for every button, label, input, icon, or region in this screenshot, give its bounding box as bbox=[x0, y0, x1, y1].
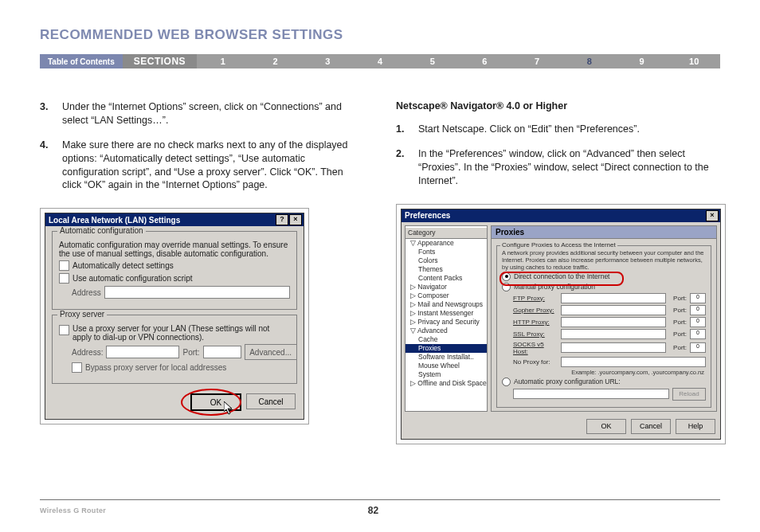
lan-titlebar: Local Area Network (LAN) Settings ? × bbox=[45, 213, 304, 226]
pref-main-panel: Proxies Configure Proxies to Access the … bbox=[491, 225, 717, 412]
nav-item-8[interactable]: 8 bbox=[563, 54, 616, 68]
nav-item-6[interactable]: 6 bbox=[459, 54, 511, 68]
manual-proxy-label: Manual proxy configuration bbox=[514, 283, 595, 291]
lan-title: Local Area Network (LAN) Settings bbox=[49, 216, 180, 225]
proxy-host-input[interactable] bbox=[561, 329, 666, 339]
auto-url-input[interactable] bbox=[513, 389, 669, 399]
proxy-port-input[interactable]: 0 bbox=[690, 305, 706, 315]
netscape-subhead: Netscape® Navigator® 4.0 or Higher bbox=[396, 100, 720, 111]
proxy-row: HTTP Proxy:Port:0 bbox=[513, 317, 706, 327]
nav-item-4[interactable]: 4 bbox=[354, 54, 406, 68]
help-button[interactable]: Help bbox=[676, 419, 715, 434]
tree-item[interactable]: ▷ Navigator bbox=[405, 283, 487, 291]
section-nav: Table of Contents SECTIONS 1 2 3 4 5 6 7… bbox=[40, 54, 720, 68]
close-icon[interactable]: × bbox=[289, 214, 302, 225]
category-tree[interactable]: Category ▽ AppearanceFontsColorsThemesCo… bbox=[405, 225, 488, 412]
use-script-checkbox[interactable] bbox=[59, 273, 69, 284]
nav-item-2[interactable]: 2 bbox=[249, 54, 302, 68]
nav-item-10[interactable]: 10 bbox=[668, 54, 720, 68]
proxy-row: Gopher Proxy:Port:0 bbox=[513, 305, 706, 315]
tree-item[interactable]: Mouse Wheel bbox=[405, 362, 487, 370]
nav-item-3[interactable]: 3 bbox=[301, 54, 354, 68]
tree-item[interactable]: Software Installat.. bbox=[405, 353, 487, 362]
auto-config-legend: Automatic configuration bbox=[57, 226, 146, 235]
proxies-hint: A network proxy provides additional secu… bbox=[502, 249, 706, 271]
cancel-button[interactable]: Cancel bbox=[631, 419, 671, 434]
left-column: 3. Under the “Internet Options” screen, … bbox=[40, 100, 364, 444]
nav-item-7[interactable]: 7 bbox=[511, 54, 563, 68]
proxy-legend: Proxy server bbox=[57, 310, 107, 319]
tree-item[interactable]: ▷ Mail and Newsgroups bbox=[405, 300, 487, 309]
document-page: RECOMMENDED WEB BROWSER SETTINGS Table o… bbox=[0, 0, 760, 532]
proxy-label: SOCKS v5 Host: bbox=[513, 341, 558, 355]
tree-item[interactable]: ▷ Composer bbox=[405, 291, 487, 300]
no-proxy-input[interactable] bbox=[561, 357, 706, 367]
close-icon[interactable]: × bbox=[706, 210, 719, 221]
proxy-address-label: Address: bbox=[72, 348, 103, 357]
panel-heading: Proxies bbox=[491, 225, 717, 238]
auto-config-hint: Automatic configuration may override man… bbox=[59, 241, 290, 258]
proxy-row: FTP Proxy:Port:0 bbox=[513, 293, 706, 303]
detect-settings-label: Automatically detect settings bbox=[72, 261, 174, 270]
help-icon[interactable]: ? bbox=[276, 214, 288, 225]
step-2-text: In the “Preferences” window, click on “A… bbox=[418, 147, 720, 188]
use-proxy-label: Use a proxy server for your LAN (These s… bbox=[72, 324, 290, 342]
proxy-server-group: Proxy server Use a proxy server for your… bbox=[52, 315, 297, 384]
manual-proxy-radio[interactable] bbox=[502, 283, 511, 291]
proxy-port-input[interactable]: 0 bbox=[690, 342, 706, 353]
proxy-row: SOCKS v5 Host:Port:0 bbox=[513, 341, 706, 355]
tree-header: Category bbox=[405, 228, 487, 239]
proxy-label: Gopher Proxy: bbox=[513, 307, 558, 314]
proxy-port-input[interactable]: 0 bbox=[690, 329, 706, 339]
lan-settings-screenshot: Local Area Network (LAN) Settings ? × Au… bbox=[40, 208, 309, 424]
pref-titlebar: Preferences × bbox=[402, 209, 720, 222]
proxy-host-input[interactable] bbox=[561, 317, 666, 327]
auto-url-radio[interactable] bbox=[502, 377, 511, 386]
advanced-button[interactable]: Advanced... bbox=[245, 344, 297, 360]
tree-item[interactable]: ▽ Appearance bbox=[405, 239, 487, 248]
proxy-port-input[interactable]: 0 bbox=[690, 317, 706, 327]
cancel-button[interactable]: Cancel bbox=[246, 393, 296, 409]
proxy-label: HTTP Proxy: bbox=[513, 319, 558, 326]
step-4-text: Make sure there are no check marks next … bbox=[62, 139, 364, 193]
footer-rule bbox=[40, 499, 720, 500]
direct-connection-radio[interactable] bbox=[502, 272, 511, 281]
nav-toc[interactable]: Table of Contents bbox=[40, 54, 123, 68]
script-address-input[interactable] bbox=[104, 286, 290, 299]
use-proxy-checkbox[interactable] bbox=[59, 325, 69, 335]
proxy-address-input[interactable] bbox=[106, 346, 179, 358]
tree-item[interactable]: Fonts bbox=[405, 248, 487, 256]
proxy-port-input[interactable]: 0 bbox=[690, 293, 706, 303]
proxy-label: FTP Proxy: bbox=[513, 295, 558, 302]
tree-item[interactable]: ▷ Privacy and Security bbox=[405, 318, 487, 327]
tree-item[interactable]: Themes bbox=[405, 265, 487, 274]
detect-settings-checkbox[interactable] bbox=[59, 260, 69, 271]
tree-item[interactable]: Content Packs bbox=[405, 274, 487, 283]
lan-settings-dialog: Local Area Network (LAN) Settings ? × Au… bbox=[45, 213, 304, 420]
tree-item[interactable]: System bbox=[405, 370, 487, 379]
tree-item[interactable]: ▷ Offline and Disk Space bbox=[405, 379, 487, 388]
bypass-local-checkbox[interactable] bbox=[72, 362, 82, 373]
proxy-host-input[interactable] bbox=[561, 305, 666, 315]
tree-item[interactable]: Proxies bbox=[405, 344, 487, 353]
tree-item[interactable]: Colors bbox=[405, 256, 487, 265]
auto-config-group: Automatic configuration Automatic config… bbox=[52, 231, 297, 310]
direct-connection-label: Direct connection to the Internet bbox=[514, 272, 610, 280]
tree-item[interactable]: Cache bbox=[405, 335, 487, 344]
page-number: 82 bbox=[106, 505, 641, 516]
proxies-fieldset: Configure Proxies to Access the Internet… bbox=[496, 245, 711, 408]
step-1-text: Start Netscape. Click on “Edit” then “Pr… bbox=[418, 123, 640, 136]
nav-item-5[interactable]: 5 bbox=[406, 54, 459, 68]
right-column: Netscape® Navigator® 4.0 or Higher 1. St… bbox=[396, 100, 720, 444]
proxy-host-input[interactable] bbox=[561, 293, 666, 303]
reload-button[interactable]: Reload bbox=[672, 388, 706, 401]
proxy-host-input[interactable] bbox=[561, 342, 666, 353]
ok-button[interactable]: OK bbox=[586, 419, 626, 434]
tree-item[interactable]: ▽ Advanced bbox=[405, 327, 487, 335]
proxy-port-input[interactable] bbox=[203, 346, 241, 358]
example-hint: Example: .yourcompany.com, .yourcompany.… bbox=[502, 369, 706, 376]
step-2-number: 2. bbox=[396, 147, 410, 188]
nav-item-9[interactable]: 9 bbox=[616, 54, 668, 68]
tree-item[interactable]: ▷ Instant Messenger bbox=[405, 309, 487, 318]
nav-item-1[interactable]: 1 bbox=[197, 54, 249, 68]
